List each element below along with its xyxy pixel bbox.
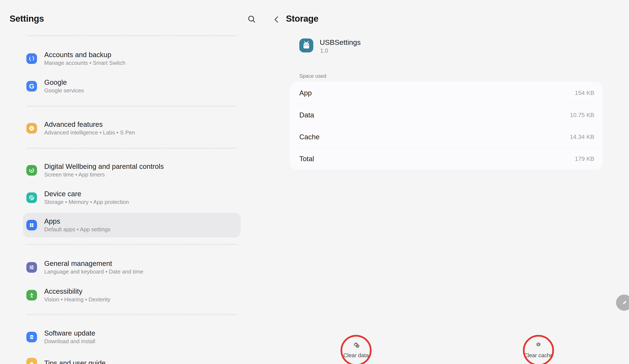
space-used-section-label: Space used xyxy=(299,73,326,79)
usage-value: 179 KB xyxy=(575,156,594,162)
sidebar-item-tips-and-user-guide[interactable]: Tips and user guide xyxy=(23,351,241,364)
sidebar-item-label: Software update xyxy=(44,329,95,338)
dotted-divider xyxy=(27,35,237,36)
dotted-divider xyxy=(27,148,237,149)
google-g-icon: G xyxy=(26,81,37,91)
sync-icon xyxy=(26,53,37,64)
clear-cache-button[interactable]: Clear cache xyxy=(517,341,560,359)
samsung-settings-screen: Settings Accounts and backup Manage acco… xyxy=(0,0,629,364)
back-chevron-icon xyxy=(273,15,281,24)
clear-data-label: Clear data xyxy=(343,352,369,359)
sidebar-item-sublabel: Download and install xyxy=(44,338,95,345)
sidebar-item-accessibility[interactable]: Accessibility Vision • Hearing • Dexteri… xyxy=(23,283,241,307)
usage-label: Data xyxy=(299,111,314,119)
clear-data-button[interactable]: Clear data xyxy=(335,341,377,359)
back-button[interactable] xyxy=(272,14,282,25)
pencil-icon xyxy=(620,299,628,306)
sidebar-item-sublabel: Default apps • App settings xyxy=(44,226,110,233)
sidebar-item-digital-wellbeing[interactable]: Digital Wellbeing and parental controls … xyxy=(23,158,241,183)
usage-row-cache: Cache 14.34 KB xyxy=(295,126,598,148)
sidebar-item-label: Advanced features xyxy=(44,120,135,129)
usage-value: 154 KB xyxy=(575,90,594,96)
search-button[interactable] xyxy=(246,14,257,25)
sliders-icon xyxy=(26,262,37,273)
sidebar-item-label: Tips and user guide xyxy=(44,359,106,364)
sidebar-item-accounts-and-backup[interactable]: Accounts and backup Manage accounts • Sm… xyxy=(23,46,241,71)
sidebar-item-label: Accessibility xyxy=(44,287,110,296)
sidebar-item-label: General management xyxy=(44,259,143,268)
sidebar-item-sublabel: Advanced intelligence • Labs • S Pen xyxy=(44,129,135,136)
apps-grid-icon xyxy=(26,220,37,230)
usage-label: Cache xyxy=(299,133,319,141)
sidebar-item-sublabel: Vision • Hearing • Dexterity xyxy=(44,296,110,303)
usbsettings-app-icon xyxy=(299,38,313,52)
sidebar-item-sublabel: Manage accounts • Smart Switch xyxy=(44,59,125,67)
edit-fab-button[interactable] xyxy=(616,294,629,311)
dotted-divider xyxy=(27,244,237,245)
usage-row-data: Data 10.75 KB xyxy=(295,104,598,126)
sidebar-item-software-update[interactable]: Software update Download and install xyxy=(23,325,241,349)
accessibility-person-icon xyxy=(26,290,37,300)
usage-row-total: Total 179 KB xyxy=(295,148,598,170)
wellbeing-heart-icon xyxy=(26,165,37,176)
sidebar-item-general-management[interactable]: General management Language and keyboard… xyxy=(23,255,241,280)
flower-gear-icon xyxy=(26,123,37,134)
sidebar-item-sublabel: Storage • Memory • App protection xyxy=(44,198,129,206)
sidebar-item-label: Accounts and backup xyxy=(44,51,125,59)
sidebar-item-device-care[interactable]: Device care Storage • Memory • App prote… xyxy=(23,185,241,210)
settings-page-title: Settings xyxy=(9,14,44,24)
storage-page-title: Storage xyxy=(286,14,318,24)
tips-icon xyxy=(26,358,37,364)
sidebar-item-sublabel: Screen time • App timers xyxy=(44,171,164,179)
software-update-icon xyxy=(26,332,37,342)
usage-value: 14.34 KB xyxy=(570,134,594,140)
space-used-card: App 154 KB Data 10.75 KB Cache 14.34 KB … xyxy=(290,82,603,170)
app-name: USBSettings xyxy=(320,38,361,47)
sidebar-item-label: Device care xyxy=(44,190,129,198)
sidebar-item-sublabel: Language and keyboard • Date and time xyxy=(44,268,143,275)
sidebar-item-sublabel: Google services xyxy=(44,87,84,94)
sidebar-item-apps[interactable]: Apps Default apps • App settings xyxy=(23,213,241,237)
sidebar-item-google[interactable]: G Google Google services xyxy=(23,74,241,98)
sidebar-item-label: Google xyxy=(44,78,84,87)
android-robot-icon xyxy=(301,40,312,51)
clear-cache-label: Clear cache xyxy=(524,352,553,359)
usage-label: App xyxy=(299,89,312,97)
sidebar-item-label: Apps xyxy=(44,217,110,226)
clear-data-icon xyxy=(351,341,361,351)
dotted-divider xyxy=(27,314,237,315)
usage-row-app: App 154 KB xyxy=(295,82,598,104)
clear-cache-icon xyxy=(534,341,543,351)
usage-label: Total xyxy=(299,155,314,163)
device-care-icon xyxy=(26,192,37,203)
dotted-divider xyxy=(27,105,237,107)
sidebar-item-label: Digital Wellbeing and parental controls xyxy=(44,162,164,171)
app-version: 1.0 xyxy=(320,48,328,54)
usage-value: 10.75 KB xyxy=(570,112,594,118)
sidebar-item-advanced-features[interactable]: Advanced features Advanced intelligence … xyxy=(23,116,241,141)
search-icon xyxy=(247,14,256,24)
